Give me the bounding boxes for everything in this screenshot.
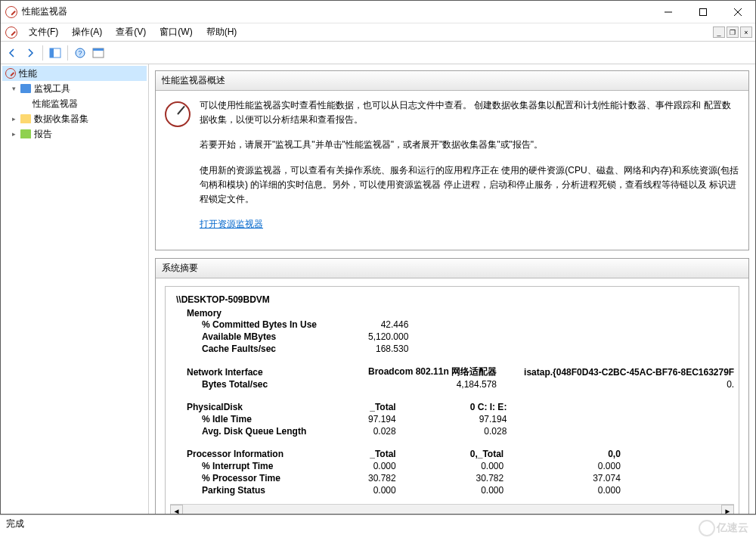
overview-paragraph-3: 使用新的资源监视器，可以查看有关操作系统、服务和运行的应用程序正在 使用的硬件资… [200, 163, 739, 207]
horizontal-scrollbar[interactable]: ◄ ► [170, 504, 734, 514]
tree-perf-monitor-label: 性能监视器 [33, 98, 78, 110]
gauge-icon [165, 101, 191, 127]
mdi-close[interactable]: × [740, 26, 752, 38]
memory-section: Memory [170, 308, 734, 319]
tree-pane[interactable]: 性能 ▾ 监视工具 性能监视器 ▸ 数据收集器集 ▸ 报告 [1, 64, 149, 514]
summary-header: 系统摘要 [156, 259, 748, 278]
tree-collector-sets-label: 数据收集器集 [34, 113, 88, 126]
menu-view[interactable]: 查看(V) [109, 23, 153, 41]
tree-reports[interactable]: ▸ 报告 [2, 126, 147, 141]
maximize-button[interactable] [686, 1, 720, 23]
tree-collector-sets[interactable]: ▸ 数据收集器集 [2, 111, 147, 126]
network-table: Network InterfaceBroadcom 802.11n 网络适配器i… [187, 365, 734, 390]
svg-rect-5 [50, 48, 54, 58]
menu-help[interactable]: 帮助(H) [200, 23, 244, 41]
performance-icon [5, 68, 16, 79]
window-title: 性能监视器 [22, 5, 651, 18]
tree-root-performance[interactable]: 性能 [2, 66, 147, 81]
svg-text:?: ? [78, 49, 82, 57]
summary-scroll-area[interactable]: \\DESKTOP-509BDVM Memory % Committed Byt… [170, 294, 734, 504]
scroll-left-arrow[interactable]: ◄ [170, 505, 183, 514]
tree-monitor-tools-label: 监视工具 [34, 82, 70, 95]
app-icon-menu [5, 26, 17, 39]
status-text: 完成 [6, 518, 24, 529]
properties-button[interactable] [90, 45, 107, 61]
tree-monitor-tools[interactable]: ▾ 监视工具 [2, 81, 147, 96]
expander-icon[interactable]: ▾ [10, 85, 17, 92]
processor-table: Processor Information_Total0,_Total0,0 %… [187, 448, 634, 496]
disk-table: PhysicalDisk_Total0 C: I: E: % Idle Time… [187, 401, 520, 437]
mdi-minimize[interactable]: _ [713, 26, 725, 38]
overview-paragraph-1: 可以使用性能监视器实时查看性能数据，也可以从日志文件中查看。 创建数据收集器集以… [200, 98, 739, 127]
scroll-right-arrow[interactable]: ► [721, 505, 734, 514]
open-resource-monitor-link[interactable]: 打开资源监视器 [200, 219, 263, 229]
svg-rect-1 [700, 8, 707, 15]
watermark: 亿速云 [699, 520, 748, 536]
close-button[interactable] [720, 1, 755, 23]
tree-perf-monitor[interactable]: 性能监视器 [2, 96, 147, 111]
forward-button[interactable] [22, 45, 39, 61]
report-icon [20, 129, 31, 138]
overview-header: 性能监视器概述 [156, 71, 748, 91]
menu-window[interactable]: 窗口(W) [153, 23, 199, 41]
overview-panel: 性能监视器概述 可以使用性能监视器实时查看性能数据，也可以从日志文件中查看。 创… [155, 70, 749, 250]
app-icon [5, 6, 17, 18]
tree-reports-label: 报告 [34, 128, 52, 141]
menu-file[interactable]: 文件(F) [22, 23, 65, 41]
expander-icon[interactable]: ▸ [10, 130, 17, 138]
minimize-button[interactable] [651, 1, 686, 23]
back-button[interactable] [4, 45, 20, 61]
tree-root-label: 性能 [19, 67, 37, 80]
mdi-restore[interactable]: ❐ [727, 26, 739, 38]
expander-icon[interactable]: ▸ [10, 115, 17, 123]
status-bar: 完成 [0, 515, 756, 531]
tools-icon [20, 84, 31, 93]
memory-table: % Committed Bytes In Use42.446 Available… [187, 319, 422, 355]
overview-paragraph-2: 若要开始，请展开"监视工具"并单击"性能监视器"，或者展开"数据收集器集"或"报… [200, 138, 739, 152]
folder-icon [20, 114, 31, 123]
summary-panel: 系统摘要 \\DESKTOP-509BDVM Memory % Committe… [155, 258, 749, 514]
show-hide-tree-button[interactable] [47, 45, 64, 61]
menu-action[interactable]: 操作(A) [65, 23, 109, 41]
svg-rect-9 [93, 48, 104, 51]
help-button[interactable]: ? [72, 45, 88, 61]
summary-host: \\DESKTOP-509BDVM [170, 294, 734, 305]
